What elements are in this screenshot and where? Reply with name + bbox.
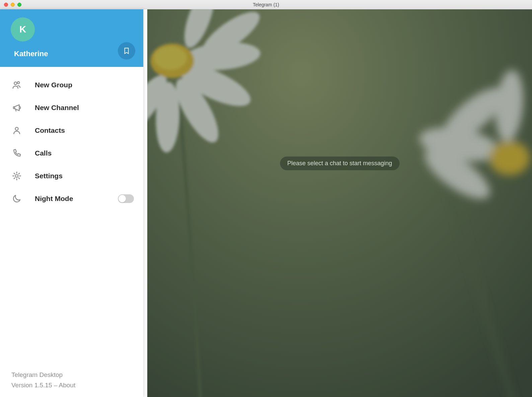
svg-point-19 [15,127,18,130]
night-mode-toggle[interactable] [118,194,134,203]
menu-item-settings[interactable]: Settings [0,165,143,187]
gear-icon [11,171,22,181]
moon-icon [11,193,22,204]
panel-header: K Katherine [0,9,143,67]
menu-item-label: New Group [35,81,134,89]
menu-item-new-group[interactable]: New Group [0,74,143,96]
menu-list: New Group New Channel Contacts Calls [0,67,143,370]
phone-icon [11,148,22,159]
app-name-label: Telegram Desktop [11,370,132,380]
main-menu-panel: K Katherine New Group New Channel [0,9,143,397]
saved-messages-button[interactable] [118,42,135,60]
toggle-knob [119,195,126,202]
bookmark-icon [123,47,130,55]
window-controls [0,3,21,7]
window-close-button[interactable] [4,3,8,7]
svg-point-18 [17,82,20,84]
about-link[interactable]: About [59,382,76,389]
avatar[interactable]: K [11,17,35,41]
chat-background: Please select a chat to start messaging [147,9,532,397]
menu-item-label: New Channel [35,104,134,112]
group-icon [11,80,22,90]
svg-point-17 [14,82,17,85]
window-title: Telegram (1) [0,2,532,7]
contact-icon [11,125,22,136]
empty-chat-hint: Please select a chat to start messaging [280,157,399,170]
window-zoom-button[interactable] [17,3,21,7]
menu-item-new-channel[interactable]: New Channel [0,96,143,119]
menu-item-calls[interactable]: Calls [0,142,143,165]
window-titlebar: Telegram (1) [0,0,532,9]
window-minimize-button[interactable] [11,3,15,7]
version-line: Version 1.5.15 – About [11,380,132,390]
menu-item-contacts[interactable]: Contacts [0,119,143,142]
svg-point-20 [15,175,18,177]
menu-item-label: Calls [35,149,134,157]
megaphone-icon [11,102,22,113]
menu-item-night-mode[interactable]: Night Mode [0,187,143,210]
panel-footer: Telegram Desktop Version 1.5.15 – About [0,370,143,397]
version-label: Version 1.5.15 – [11,382,59,389]
menu-item-label: Contacts [35,126,134,134]
menu-item-label: Night Mode [35,195,105,203]
avatar-initial: K [19,24,26,35]
menu-item-label: Settings [35,172,134,180]
username-label[interactable]: Katherine [14,49,134,58]
